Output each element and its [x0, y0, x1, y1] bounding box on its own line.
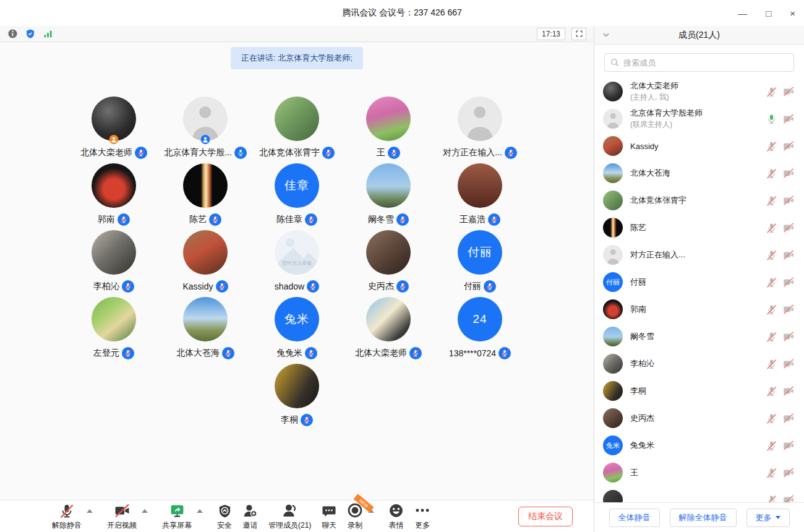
avatar — [603, 463, 623, 483]
camera-off-icon — [783, 222, 794, 233]
meeting-timer: 17:13 — [537, 28, 565, 40]
mic-muted-icon — [505, 147, 517, 159]
participant-name: 李柏沁 — [93, 281, 119, 292]
toolbar-camera-muted-button[interactable]: 开启视频 — [107, 502, 137, 531]
maximize-button[interactable]: □ — [766, 9, 771, 18]
more-button[interactable]: 更多 — [746, 508, 790, 527]
participant-tile[interactable]: 北京体育大学殷... — [160, 97, 251, 157]
member-row[interactable]: 对方正在输入... — [594, 241, 804, 268]
toolbar-chat-button[interactable]: 聊天 — [322, 502, 336, 531]
participant-tile[interactable]: 左登元 — [68, 297, 160, 358]
fullscreen-button[interactable] — [571, 28, 586, 40]
member-name: 付丽 — [630, 277, 646, 288]
member-name: 史丙杰 — [630, 413, 654, 424]
toolbar-label: 邀请 — [243, 520, 258, 531]
participant-tile[interactable]: 北体竞体张霄宇 — [251, 97, 343, 157]
participant-tile[interactable]: 李柏沁 — [68, 230, 160, 291]
member-row[interactable]: 阚冬雪 — [594, 323, 804, 350]
member-row[interactable]: 北京体育大学殷老师(联席主持人) — [594, 105, 804, 132]
member-row[interactable]: 兔米兔兔米 — [594, 432, 804, 459]
search-members-input[interactable] — [604, 53, 794, 72]
toolbar-mic-muted-button[interactable]: 解除静音 — [52, 502, 82, 531]
toolbar-emoji-button[interactable]: 表情 — [388, 502, 404, 531]
participant-tile[interactable]: 24138****0724 — [434, 297, 526, 358]
avatar-initials: 兔米 — [606, 441, 620, 450]
cohost-badge-icon — [201, 135, 210, 144]
member-row[interactable]: Kassidy — [594, 132, 804, 160]
participant-grid: 北体大栾老师北京体育大学殷...北体竞体张霄宇王对方正在输入...郭南陈艺佳章陈… — [62, 97, 532, 431]
participant-tile[interactable]: 李桐 — [251, 364, 343, 424]
member-name: 对方正在输入... — [630, 249, 685, 260]
main-stage: 17:13 正在讲话: 北京体育大学殷老师; 北体大栾老师北京体育大学殷...北… — [0, 26, 594, 532]
participant-tile[interactable]: 阚冬雪 — [343, 163, 434, 224]
participant-tile[interactable]: 北体大栾老师 — [68, 97, 160, 157]
camera-off-icon — [783, 113, 794, 124]
meeting-info-icon[interactable] — [7, 28, 18, 39]
toolbar-label: 解除静音 — [52, 520, 82, 531]
participant-tile[interactable]: 暂时无法查看shadow — [251, 230, 343, 291]
mute-all-button[interactable]: 全体静音 — [609, 508, 660, 527]
avatar — [458, 163, 502, 208]
placeholder-text: 暂时无法查看 — [275, 260, 319, 267]
mic-muted-icon — [307, 280, 319, 293]
member-row[interactable]: 王 — [594, 459, 804, 486]
participant-name: 王嘉浩 — [460, 214, 485, 225]
participant-tile[interactable]: 王 — [343, 97, 434, 157]
member-row[interactable]: 北体竞体张霄宇 — [594, 187, 804, 214]
member-list[interactable]: 北体大栾老师(主持人, 我)北京体育大学殷老师(联席主持人)Kassidy北体大… — [594, 75, 804, 502]
member-row[interactable]: 陈艺 — [594, 214, 804, 241]
mic-muted-icon — [209, 213, 221, 226]
participant-name: 王 — [377, 147, 385, 158]
participant-tile[interactable]: 佳章陈佳章 — [251, 163, 343, 224]
member-row[interactable]: 李柏沁 — [594, 350, 804, 377]
toolbar-members-button[interactable]: 管理成员(21) — [268, 502, 311, 531]
collapse-chevron-down-icon[interactable] — [602, 30, 610, 39]
camera-off-icon — [783, 467, 794, 478]
minimize-button[interactable]: — — [738, 9, 747, 18]
camera-off-icon — [783, 385, 794, 397]
mic-muted-icon — [766, 359, 777, 369]
security-shield-icon[interactable] — [25, 28, 35, 39]
caret-up-icon[interactable] — [142, 509, 148, 513]
close-button[interactable]: × — [790, 9, 795, 18]
toolbar-shield-button[interactable]: 安全 — [217, 502, 232, 531]
member-row[interactable]: 史丙杰 — [594, 405, 804, 432]
end-meeting-button[interactable]: 结束会议 — [518, 507, 573, 526]
participant-tile[interactable]: 王嘉浩 — [434, 163, 526, 224]
participant-tile[interactable]: 付丽付丽 — [434, 230, 526, 291]
member-row[interactable]: 北体大苍海 — [594, 160, 804, 187]
member-row[interactable]: 郭南 — [594, 296, 804, 323]
more-button-label: 更多 — [756, 512, 772, 523]
member-row[interactable] — [594, 486, 804, 502]
participant-tile[interactable]: 史丙杰 — [343, 230, 434, 291]
toolbar-invite-button[interactable]: 邀请 — [242, 502, 258, 531]
toolbar-more-button[interactable]: 更多 — [414, 502, 430, 531]
caret-up-icon[interactable] — [87, 509, 93, 513]
participant-tile[interactable]: 北体大苍海 — [160, 297, 251, 358]
member-row[interactable]: 北体大栾老师(主持人, 我) — [594, 78, 804, 105]
unmute-all-button[interactable]: 解除全体静音 — [670, 508, 737, 527]
member-role: (主持人, 我) — [630, 92, 678, 103]
participant-tile[interactable]: 兔米兔兔米 — [251, 297, 343, 358]
participant-tile[interactable]: 陈艺 — [160, 163, 251, 224]
member-name: 兔兔米 — [630, 440, 654, 451]
member-name: 李桐 — [630, 385, 646, 397]
network-signal-icon[interactable] — [43, 29, 53, 39]
camera-off-icon — [783, 358, 794, 369]
member-row[interactable]: 李桐 — [594, 377, 804, 405]
camera-off-icon — [783, 249, 794, 260]
caret-up-icon[interactable] — [197, 509, 203, 513]
toolbar-record-button[interactable]: 录制NEW — [347, 502, 363, 531]
camera-off-icon — [783, 86, 794, 97]
participant-tile[interactable]: Kassidy — [160, 230, 251, 291]
participant-tile[interactable]: 北体大栾老师 — [343, 297, 434, 358]
avatar — [275, 364, 319, 408]
toolbar-label: 聊天 — [322, 520, 336, 531]
camera-off-icon — [783, 413, 794, 424]
toolbar-share-screen-button[interactable]: 共享屏幕 — [162, 502, 192, 531]
member-row[interactable]: 付丽付丽 — [594, 268, 804, 296]
mic-muted-icon — [766, 223, 777, 233]
participant-tile[interactable]: 对方正在输入... — [434, 97, 526, 157]
participant-tile[interactable]: 郭南 — [68, 163, 160, 224]
avatar — [603, 354, 623, 374]
